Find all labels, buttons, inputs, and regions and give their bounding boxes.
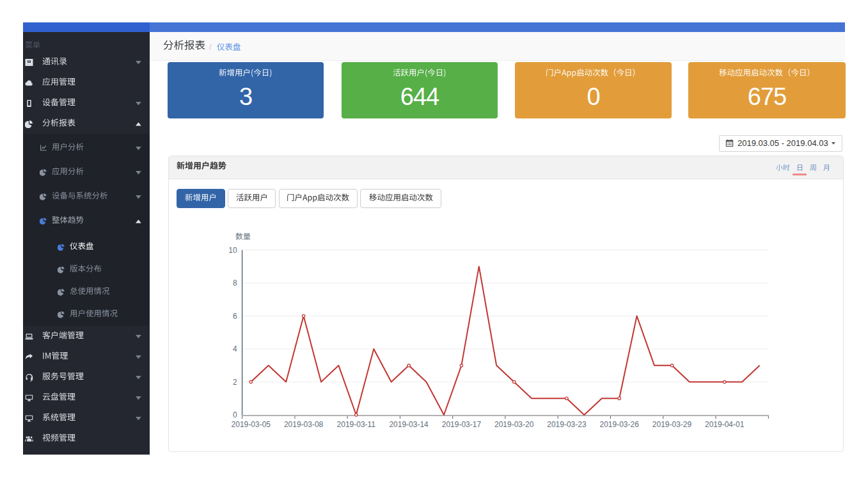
svg-text:2019-03-20: 2019-03-20	[494, 420, 534, 429]
svg-text:2019-03-17: 2019-03-17	[442, 420, 482, 429]
svg-text:8: 8	[233, 279, 237, 287]
svg-text:6: 6	[233, 312, 237, 321]
svg-text:2019-03-05: 2019-03-05	[232, 420, 271, 429]
svg-text:2019-04-01: 2019-04-01	[705, 420, 745, 429]
svg-text:2: 2	[233, 378, 237, 387]
svg-text:2019-03-11: 2019-03-11	[337, 420, 376, 429]
svg-text:2019-03-23: 2019-03-23	[547, 420, 587, 429]
svg-text:10: 10	[228, 246, 237, 255]
svg-text:0: 0	[233, 410, 237, 419]
svg-text:2019-03-08: 2019-03-08	[284, 420, 324, 429]
svg-text:2019-03-26: 2019-03-26	[600, 420, 640, 429]
svg-text:4: 4	[233, 344, 237, 353]
svg-text:2019-03-14: 2019-03-14	[389, 420, 429, 429]
svg-text:2019-03-29: 2019-03-29	[652, 420, 692, 429]
